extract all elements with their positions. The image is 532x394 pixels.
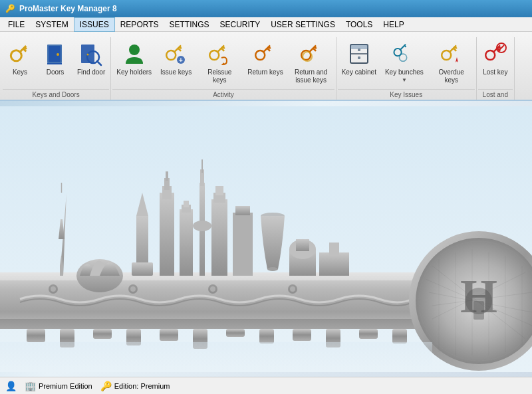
edition-status-1: 🏢 Premium Edition [25, 381, 92, 391]
toolbar-btn-key-holders[interactable]: Key holders [112, 37, 156, 80]
main-content: H [0, 101, 532, 377]
toolbar-btn-issue-keys[interactable]: +Issue keys [156, 37, 196, 80]
svg-point-12 [129, 45, 140, 55]
user-icon: 👤 [5, 381, 17, 391]
ribbon: KeysDoorsFind doorKeys and DoorsKey hold… [0, 32, 532, 101]
btn-icon-reissue-keys [206, 41, 233, 67]
group-label-keys-doors: Keys and Doors [3, 89, 109, 100]
btn-label-doors: Doors [47, 68, 65, 76]
hero-image: H [0, 101, 532, 377]
app-icon: 🔑 [5, 4, 15, 13]
btn-label-key-holders: Key holders [116, 68, 152, 76]
svg-rect-53 [0, 319, 432, 329]
svg-rect-121 [0, 342, 432, 369]
svg-rect-97 [132, 262, 153, 276]
btn-label-return-issue-keys: Return and issue keys [292, 68, 331, 84]
btn-icon-return-keys [252, 41, 279, 67]
toolbar-btn-lost-key[interactable]: Lost key [478, 37, 513, 80]
svg-rect-54 [27, 329, 45, 342]
btn-label-key-bunches: Key bunches [385, 68, 424, 76]
svg-rect-65 [392, 329, 407, 344]
svg-rect-56 [93, 329, 112, 339]
title-bar: 🔑 ProMaster Key Manager 8 [0, 0, 532, 17]
btn-icon-key-bunches [391, 41, 418, 67]
btn-label-keys: Keys [13, 68, 27, 76]
toolbar-btn-keys[interactable]: Keys [3, 37, 37, 80]
toolbar-group-lost-found: Lost keyLost and [477, 37, 515, 100]
edition-label-2: Edition: Premium [114, 382, 170, 390]
toolbar-btn-find-door[interactable]: Find door [73, 37, 109, 80]
svg-rect-112 [233, 213, 253, 276]
svg-point-106 [193, 221, 211, 231]
svg-rect-119 [319, 252, 349, 276]
btn-icon-keys [7, 41, 33, 67]
btn-label-issue-keys: Issue keys [160, 68, 192, 76]
edition-label-1: Premium Edition [39, 382, 92, 390]
menu-item-file[interactable]: FILE [3, 17, 30, 32]
svg-marker-91 [60, 266, 63, 276]
svg-rect-61 [259, 329, 274, 344]
toolbar-btn-key-cabinet[interactable]: Key cabinet [338, 37, 380, 80]
svg-rect-7 [47, 63, 62, 64]
btn-icon-key-cabinet [346, 41, 372, 67]
btn-icon-return-issue-keys [298, 41, 325, 67]
btn-label-overdue-keys: Overdue keys [432, 68, 471, 84]
btn-icon-key-holders [121, 41, 148, 67]
btn-icon-overdue-keys [438, 41, 465, 67]
menu-item-reports[interactable]: REPORTS [115, 17, 164, 32]
svg-point-69 [130, 286, 136, 292]
svg-rect-104 [184, 201, 189, 207]
toolbar-group-keys-doors: KeysDoorsFind doorKeys and Doors [1, 37, 111, 100]
cityscape-svg: H [0, 106, 532, 372]
svg-rect-109 [211, 199, 227, 276]
toolbar-btn-doors[interactable]: Doors [38, 37, 72, 80]
app-title: ProMaster Key Manager 8 [19, 4, 117, 13]
btn-icon-lost-key [482, 41, 509, 67]
menu-item-tools[interactable]: TOOLS [340, 17, 378, 32]
svg-point-40 [398, 52, 408, 63]
menu-item-help[interactable]: HELP [378, 17, 409, 32]
svg-point-67 [51, 286, 56, 292]
svg-line-15 [180, 47, 182, 49]
svg-rect-33 [350, 45, 368, 49]
svg-rect-64 [359, 329, 378, 339]
svg-line-25 [269, 47, 271, 49]
svg-point-71 [210, 286, 215, 292]
svg-rect-60 [226, 329, 245, 337]
toolbar-btn-reissue-keys[interactable]: Reissue keys [196, 37, 243, 88]
toolbar-btn-overdue-keys[interactable]: Overdue keys [428, 37, 475, 88]
menu-item-settings[interactable]: SETTINGS [164, 17, 215, 32]
svg-rect-88 [473, 301, 484, 320]
btn-label-reissue-keys: Reissue keys [200, 68, 239, 84]
svg-line-29 [315, 47, 317, 49]
btn-icon-issue-keys: + [163, 41, 190, 67]
btn-label-find-door: Find door [77, 68, 105, 76]
dropdown-arrow-key-bunches: ▼ [402, 77, 407, 83]
menu-bar: FILESYSTEMISSUESREPORTSSETTINGSSECURITYU… [0, 17, 532, 32]
btn-label-return-keys: Return keys [247, 68, 283, 76]
toolbar-btn-key-bunches[interactable]: Key bunches▼ [381, 37, 428, 86]
svg-rect-118 [296, 239, 309, 251]
toolbar-btn-return-issue-keys[interactable]: Return and issue keys [288, 37, 334, 88]
svg-line-43 [455, 47, 457, 49]
svg-point-6 [57, 53, 59, 56]
menu-item-user-settings[interactable]: USER SETTINGS [265, 17, 340, 32]
svg-text:+: + [179, 56, 183, 64]
btn-label-lost-key: Lost key [483, 68, 507, 76]
user-status: 👤 [5, 381, 17, 391]
svg-point-115 [267, 267, 278, 271]
status-bar: 👤 🏢 Premium Edition 🔑 Edition: Premium [0, 377, 532, 394]
svg-rect-35 [358, 49, 360, 51]
svg-line-21 [223, 47, 225, 49]
svg-rect-111 [215, 186, 223, 195]
toolbar-btn-return-keys[interactable]: Return keys [243, 37, 287, 80]
menu-item-system[interactable]: SYSTEM [30, 17, 73, 32]
menu-item-issues[interactable]: ISSUES [74, 17, 115, 32]
key-status-icon: 🔑 [100, 381, 112, 391]
svg-line-39 [404, 46, 406, 47]
svg-rect-58 [160, 329, 178, 341]
group-label-key-issues: Key Issues [338, 89, 475, 100]
menu-item-security[interactable]: SECURITY [215, 17, 266, 32]
group-label-activity: Activity [112, 89, 334, 100]
edition-status-2: 🔑 Edition: Premium [100, 381, 170, 391]
